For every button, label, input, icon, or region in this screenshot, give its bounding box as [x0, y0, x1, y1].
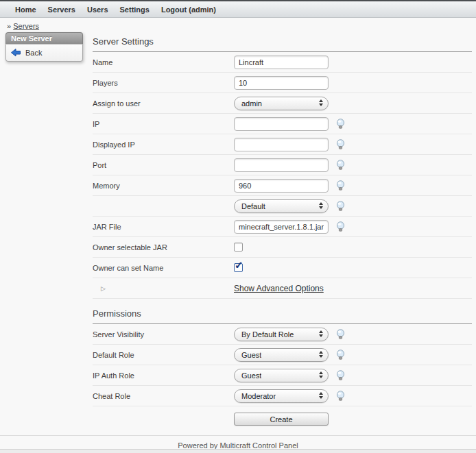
select-value: Moderator	[241, 392, 276, 400]
form-row-ip-auth-role: IP Auth Role Guest	[93, 365, 472, 386]
field-label: Assign to user	[93, 99, 234, 108]
field-label: Server Visibility	[93, 330, 234, 339]
nav-item-settings[interactable]: Settings	[120, 5, 150, 14]
sidebar-body: Back	[5, 44, 83, 62]
advanced-options-row: ▷ Show Advanced Options	[93, 278, 472, 299]
form-row-displayed-ip: Displayed IP	[93, 134, 472, 155]
displayed-ip-input[interactable]	[234, 138, 329, 151]
breadcrumb: » Servers	[7, 22, 476, 30]
field-label: Memory	[93, 182, 234, 190]
ip-input[interactable]	[234, 117, 329, 131]
nav-item-logout[interactable]: Logout (admin)	[161, 5, 216, 14]
top-nav: Home Servers Users Settings Logout (admi…	[0, 0, 476, 18]
form-row-cheat-role: Cheat Role Moderator	[93, 386, 472, 406]
help-bulb-icon[interactable]	[335, 160, 346, 171]
sidebar: New Server Back	[5, 32, 83, 62]
form-row-port: Port	[93, 155, 472, 175]
create-row: Create	[93, 406, 472, 435]
name-input[interactable]	[234, 56, 329, 69]
field-label: Port	[93, 161, 234, 169]
field-label: Owner can set Name	[93, 264, 234, 272]
help-bulb-icon[interactable]	[335, 391, 346, 402]
cheat-role-select[interactable]: Moderator	[234, 389, 329, 403]
bottom-strip	[0, 449, 476, 453]
field-label: JAR File	[93, 223, 234, 231]
nav-item-home[interactable]: Home	[15, 5, 36, 14]
select-value: Default	[241, 202, 265, 210]
help-bulb-icon[interactable]	[335, 180, 346, 191]
form-row-memory: Memory	[93, 175, 472, 196]
field-label: IP Auth Role	[93, 371, 234, 380]
main-content: Server Settings Name Players Assign to u…	[93, 36, 472, 435]
section-title-server-settings: Server Settings	[93, 36, 472, 47]
nav-item-users[interactable]: Users	[87, 5, 108, 14]
disclosure-triangle-icon[interactable]: ▷	[93, 285, 234, 292]
form-row-default-role: Default Role Guest	[93, 345, 472, 365]
back-label: Back	[25, 49, 42, 57]
select-value: By Default Role	[241, 330, 294, 339]
form-row-default-profile: Default	[93, 196, 472, 217]
show-advanced-options-link[interactable]: Show Advanced Options	[234, 284, 324, 293]
form-row-owner-selectable-jar: Owner selectable JAR	[93, 237, 472, 258]
form-row-assign-to-user: Assign to user admin	[93, 93, 472, 114]
default-select[interactable]: Default	[234, 199, 329, 213]
default-role-select[interactable]: Guest	[234, 348, 329, 362]
nav-item-servers[interactable]: Servers	[48, 5, 75, 14]
help-bulb-icon[interactable]	[335, 201, 346, 212]
select-value: admin	[241, 99, 262, 108]
form-row-players: Players	[93, 73, 472, 93]
create-button[interactable]: Create	[234, 413, 329, 426]
select-stepper-icon	[319, 202, 323, 209]
section-title-permissions: Permissions	[93, 308, 472, 319]
field-label: Default Role	[93, 351, 234, 359]
owner-can-set-name-checkbox[interactable]	[234, 263, 243, 272]
sidebar-title: New Server	[5, 32, 83, 44]
select-stepper-icon	[319, 392, 323, 399]
memory-input[interactable]	[234, 179, 329, 193]
port-input[interactable]	[234, 158, 329, 172]
form-row-ip: IP	[93, 114, 472, 134]
players-input[interactable]	[234, 76, 329, 90]
form-row-server-visibility: Server Visibility By Default Role	[93, 324, 472, 345]
form-row-name: Name	[93, 52, 472, 73]
field-label: Owner selectable JAR	[93, 243, 234, 252]
breadcrumb-separator: »	[7, 22, 11, 30]
field-label: Displayed IP	[93, 140, 234, 149]
select-stepper-icon	[319, 371, 323, 378]
assign-to-user-select[interactable]: admin	[234, 97, 329, 110]
help-bulb-icon[interactable]	[335, 350, 346, 360]
field-label: Name	[93, 58, 234, 66]
back-button[interactable]: Back	[11, 49, 78, 57]
help-bulb-icon[interactable]	[335, 329, 346, 340]
form-row-jar-file: JAR File	[93, 217, 472, 237]
select-stepper-icon	[319, 99, 323, 106]
field-label: IP	[93, 120, 234, 128]
server-visibility-select[interactable]: By Default Role	[234, 328, 329, 341]
jar-file-input[interactable]	[234, 220, 329, 234]
footer: Powered by Multicraft Control Panel	[0, 435, 476, 450]
breadcrumb-link-servers[interactable]: Servers	[13, 22, 39, 30]
back-arrow-icon	[11, 49, 21, 57]
select-stepper-icon	[319, 330, 323, 337]
form-row-owner-can-set-name: Owner can set Name	[93, 258, 472, 278]
field-label: Cheat Role	[93, 392, 234, 400]
select-value: Guest	[241, 351, 261, 359]
owner-selectable-jar-checkbox[interactable]	[234, 243, 243, 252]
select-stepper-icon	[319, 351, 323, 358]
ip-auth-role-select[interactable]: Guest	[234, 369, 329, 382]
help-bulb-icon[interactable]	[335, 221, 346, 232]
help-bulb-icon[interactable]	[335, 370, 346, 381]
field-label: Players	[93, 79, 234, 87]
select-value: Guest	[241, 371, 261, 380]
help-bulb-icon[interactable]	[335, 119, 346, 130]
help-bulb-icon[interactable]	[335, 139, 346, 150]
